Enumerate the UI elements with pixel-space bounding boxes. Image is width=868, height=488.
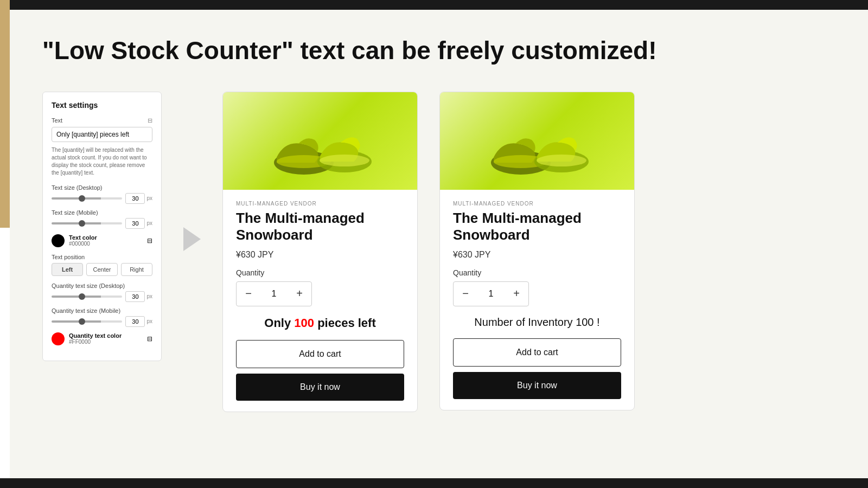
stock-qty-2: 100 bbox=[576, 316, 597, 328]
page-title: "Low Stock Counter" text can be freely c… bbox=[42, 37, 835, 65]
top-bar bbox=[0, 0, 868, 10]
quantity-control-2: − 1 + bbox=[453, 281, 529, 306]
qty-color-row: Quantity text color #FF0000 ⊟ bbox=[52, 332, 152, 345]
add-to-cart-btn-1[interactable]: Add to cart bbox=[236, 340, 404, 368]
settings-panel: Text settings Text ⊟ The [quantity] will… bbox=[42, 92, 162, 361]
stock-text-prefix-2: Number of Inventory bbox=[474, 316, 572, 328]
qty-desktop-px: px bbox=[146, 293, 152, 299]
stock-message-2: Number of Inventory 100 ! bbox=[453, 316, 621, 329]
qty-desktop-input[interactable] bbox=[125, 291, 145, 302]
right-arrow-icon bbox=[183, 227, 201, 251]
bottom-bar bbox=[0, 478, 868, 488]
stock-text-prefix-1: Only bbox=[264, 316, 291, 330]
stock-message-1: Only 100 pieces left bbox=[236, 316, 404, 330]
mobile-size-slider-row: px bbox=[52, 218, 152, 229]
product-name-2: The Multi-managed Snowboard bbox=[453, 210, 621, 243]
stock-qty-1: 100 bbox=[294, 316, 317, 330]
qty-color-title: Quantity text color bbox=[69, 332, 143, 339]
qty-plus-2[interactable]: + bbox=[505, 282, 528, 306]
content-row: Text settings Text ⊟ The [quantity] will… bbox=[42, 92, 835, 412]
qty-mobile-slider[interactable] bbox=[52, 320, 122, 323]
product-image-1 bbox=[223, 92, 417, 190]
add-to-cart-btn-2[interactable]: Add to cart bbox=[453, 338, 621, 367]
qty-color-swatch[interactable] bbox=[52, 332, 65, 345]
qty-plus-1[interactable]: + bbox=[288, 282, 311, 306]
qty-color-info: Quantity text color #FF0000 bbox=[69, 332, 143, 345]
qty-mobile-slider-row: px bbox=[52, 316, 152, 327]
text-hint: The [quantity] will be replaced with the… bbox=[52, 146, 152, 177]
buy-now-btn-2[interactable]: Buy it now bbox=[453, 372, 621, 399]
qty-copy-icon[interactable]: ⊟ bbox=[147, 335, 152, 343]
position-right-btn[interactable]: Right bbox=[121, 263, 152, 276]
desktop-size-slider[interactable] bbox=[52, 197, 122, 200]
product-name-1: The Multi-managed Snowboard bbox=[236, 210, 404, 243]
color-copy-icon[interactable]: ⊟ bbox=[147, 237, 152, 245]
qty-minus-2[interactable]: − bbox=[454, 282, 477, 306]
qty-mobile-size-label: Quantity text size (Mobile) bbox=[52, 307, 152, 314]
qty-color-hex: #FF0000 bbox=[69, 339, 143, 345]
qty-mobile-input[interactable] bbox=[125, 316, 145, 327]
position-label: Text position bbox=[52, 254, 152, 260]
vendor-label-1: MULTI-MANAGED VENDOR bbox=[236, 201, 404, 207]
mobile-size-slider[interactable] bbox=[52, 222, 122, 224]
buy-now-btn-1[interactable]: Buy it now bbox=[236, 374, 404, 401]
text-color-title: Text color bbox=[69, 234, 143, 241]
product-body-1: MULTI-MANAGED VENDOR The Multi-managed S… bbox=[223, 190, 417, 412]
desktop-size-px: px bbox=[146, 195, 152, 201]
product-price-2: ¥630 JPY bbox=[453, 250, 621, 260]
mobile-size-px: px bbox=[146, 220, 152, 226]
qty-mobile-px: px bbox=[146, 318, 152, 324]
svg-point-3 bbox=[320, 155, 369, 166]
product-shoe-svg-1 bbox=[266, 103, 374, 190]
stock-text-suffix-2: ! bbox=[597, 316, 600, 328]
text-input[interactable] bbox=[52, 127, 152, 142]
qty-desktop-size-label: Quantity text size (Desktop) bbox=[52, 282, 152, 289]
text-color-info: Text color #000000 bbox=[69, 234, 143, 247]
quantity-control-1: − 1 + bbox=[236, 281, 312, 306]
product-shoe-svg-2 bbox=[483, 103, 591, 190]
product-image-2 bbox=[440, 92, 634, 190]
vendor-label-2: MULTI-MANAGED VENDOR bbox=[453, 201, 621, 207]
mobile-size-label: Text size (Mobile) bbox=[52, 209, 152, 216]
qty-value-1: 1 bbox=[260, 289, 288, 299]
position-left-btn[interactable]: Left bbox=[52, 263, 83, 276]
product-card-1: MULTI-MANAGED VENDOR The Multi-managed S… bbox=[222, 92, 418, 412]
desktop-size-input[interactable] bbox=[125, 193, 145, 204]
position-row: Text position Left Center Right bbox=[52, 254, 152, 276]
svg-point-7 bbox=[537, 155, 586, 166]
position-center-btn[interactable]: Center bbox=[86, 263, 118, 276]
text-color-swatch[interactable] bbox=[52, 234, 65, 247]
settings-panel-title: Text settings bbox=[52, 101, 152, 110]
qty-minus-1[interactable]: − bbox=[237, 282, 260, 306]
quantity-label-1: Quantity bbox=[236, 268, 404, 277]
arrow-container bbox=[183, 92, 201, 251]
main-content: "Low Stock Counter" text can be freely c… bbox=[10, 10, 868, 478]
desktop-size-slider-row: px bbox=[52, 193, 152, 204]
product-price-1: ¥630 JPY bbox=[236, 250, 404, 260]
desktop-size-label: Text size (Desktop) bbox=[52, 184, 152, 191]
quantity-label-2: Quantity bbox=[453, 268, 621, 277]
product-body-2: MULTI-MANAGED VENDOR The Multi-managed S… bbox=[440, 190, 634, 410]
stock-text-suffix-1: pieces left bbox=[317, 316, 376, 330]
text-color-hex: #000000 bbox=[69, 241, 143, 247]
qty-desktop-slider[interactable] bbox=[52, 296, 122, 298]
mobile-size-input[interactable] bbox=[125, 218, 145, 229]
text-field-label: Text ⊟ bbox=[52, 117, 152, 124]
product-card-2: MULTI-MANAGED VENDOR The Multi-managed S… bbox=[439, 92, 635, 410]
position-buttons: Left Center Right bbox=[52, 263, 152, 276]
qty-desktop-slider-row: px bbox=[52, 291, 152, 302]
text-copy-icon[interactable]: ⊟ bbox=[148, 117, 152, 124]
text-color-row: Text color #000000 ⊟ bbox=[52, 234, 152, 247]
qty-value-2: 1 bbox=[477, 289, 505, 299]
side-decoration bbox=[0, 0, 10, 228]
